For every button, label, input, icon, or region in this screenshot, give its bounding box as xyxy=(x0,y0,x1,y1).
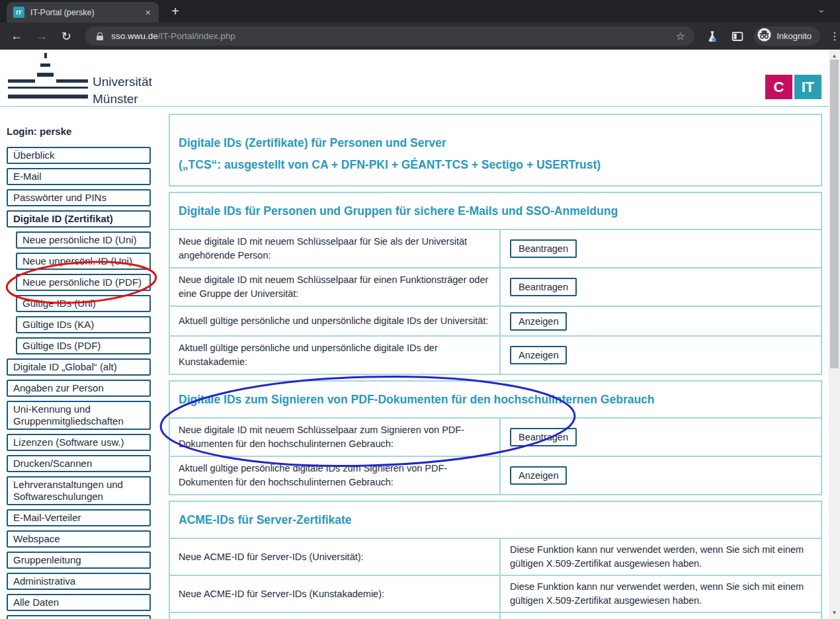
beantragen-button[interactable]: Beantragen xyxy=(510,239,577,258)
sidebar-item-lizenzen[interactable]: Lizenzen (Software usw.) xyxy=(7,434,151,451)
browser-menu-icon[interactable]: ⋮ xyxy=(829,30,840,42)
row-label: Aktuell gültige persönliche und unpersön… xyxy=(170,307,501,335)
sidebar-item-webspace[interactable]: Webspace xyxy=(7,530,151,548)
sidebar-item-uni-kennung[interactable]: Uni-Kennung und Gruppenmitgliedschaften xyxy=(7,401,151,430)
row-label: Gültige ACME-ID für Server-IDs (Universi… xyxy=(170,613,501,619)
sidebar-item-lehrveranstaltungen[interactable]: Lehrveranstaltungen und Softwareschulung… xyxy=(7,476,151,505)
url-text[interactable]: sso.wwu.de/IT-Portal/index.php xyxy=(111,31,675,41)
forward-button: → xyxy=(34,29,50,43)
anzeigen-button[interactable]: Anzeigen xyxy=(510,312,567,331)
anzeigen-button[interactable]: Anzeigen xyxy=(510,346,567,364)
url-bar[interactable]: sso.wwu.de/IT-Portal/index.php ☆ xyxy=(85,26,694,46)
section-heading: Digitale IDs zum Signieren von PDF-Dokum… xyxy=(179,393,655,406)
browser-toolbar: ← → ↻ sso.wwu.de/IT-Portal/index.php ☆ I… xyxy=(0,22,840,50)
cit-logo: C IT xyxy=(765,75,821,99)
beantragen-button[interactable]: Beantragen xyxy=(510,428,577,446)
section-acme-ids-table: ACME-IDs für Server-Zertifikate Neue ACM… xyxy=(169,501,822,619)
header-divider xyxy=(0,106,829,107)
row-note: Diese Funktion kann nur verwendet werden… xyxy=(501,539,821,575)
page-scrollbar[interactable]: ▲ ▼ xyxy=(829,50,840,619)
sidebar-item-angaben-zur-person[interactable]: Angaben zur Person xyxy=(7,380,151,397)
login-status: Login: perske xyxy=(7,126,71,137)
section-pdf-ids-table: Digitale IDs zum Signieren von PDF-Dokum… xyxy=(169,380,822,495)
row-label: Neue digitale ID mit neuem Schlüsselpaar… xyxy=(170,268,501,306)
new-tab-button[interactable]: + xyxy=(167,3,184,20)
section-heading: ACME-IDs für Server-Zertifikate xyxy=(179,513,352,526)
sidebar-item-digitale-id-global[interactable]: Digitale ID „Global“ (alt) xyxy=(7,358,151,376)
table-row: Gültige ACME-ID für Server-IDs (Universi… xyxy=(170,612,821,619)
intro-heading-box: Digitale IDs (Zertifikate) für Personen … xyxy=(169,114,822,186)
tab-search-chevron-icon[interactable]: ⌄ xyxy=(817,3,825,15)
site-favicon-icon: IT xyxy=(13,7,24,18)
scrollbar-up-icon[interactable]: ▲ xyxy=(829,53,840,59)
table-row: Neue ACME-ID für Server-IDs (Kunstakadem… xyxy=(170,575,821,612)
browser-tab[interactable]: IT IT-Portal (perske) × xyxy=(7,2,159,22)
incognito-label: Inkognito xyxy=(777,31,812,41)
row-note: Diese Funktion kann nur verwendet werden… xyxy=(501,576,821,612)
sidebar-item-email[interactable]: E-Mail xyxy=(7,168,151,185)
cit-logo-it: IT xyxy=(794,75,821,99)
sidebar-item-cutoff[interactable] xyxy=(7,615,151,619)
row-label: Aktuell gültige persönliche und unpersön… xyxy=(170,337,501,374)
sidebar-item-drucken-scannen[interactable]: Drucken/Scannen xyxy=(7,455,151,472)
sidebar-nav: Überblick E-Mail Passwörter und PINs Dig… xyxy=(7,147,151,619)
section-personal-ids-table: Digitale IDs für Personen und Gruppen fü… xyxy=(169,192,822,375)
experiments-flask-icon[interactable] xyxy=(704,28,720,44)
row-label: Neue digitale ID mit neuem Schlüsselpaar… xyxy=(170,230,501,267)
url-path: /IT-Portal/index.php xyxy=(158,31,235,41)
page-content: Universität Münster C IT Login: perske Ü… xyxy=(0,50,840,619)
url-domain: sso.wwu.de xyxy=(111,31,158,41)
reload-button[interactable]: ↻ xyxy=(59,29,75,44)
university-name: Universität Münster xyxy=(93,73,152,108)
sidebar-item-neue-persoenliche-id-pdf[interactable]: Neue persönliche ID (PDF) xyxy=(16,274,151,291)
sidebar-item-gueltige-ids-uni[interactable]: Gültige IDs (Uni) xyxy=(16,295,151,312)
sidebar-item-gruppenleitung[interactable]: Gruppenleitung xyxy=(7,552,151,569)
incognito-badge: Inkognito xyxy=(754,26,820,46)
table-row: Neue ACME-ID für Server-IDs (Universität… xyxy=(170,538,821,575)
sidebar-item-digitale-id[interactable]: Digitale ID (Zertifikat) xyxy=(7,210,151,227)
main-content: Digitale IDs (Zertifikate) für Personen … xyxy=(169,114,822,619)
sidebar-item-ueberblick[interactable]: Überblick xyxy=(7,147,151,164)
back-button[interactable]: ← xyxy=(9,29,24,43)
sidebar-item-neue-persoenliche-id-uni[interactable]: Neue persönliche ID (Uni) xyxy=(16,231,151,249)
table-row: Neue digitale ID mit neuem Schlüsselpaar… xyxy=(170,417,821,456)
row-label: Neue digitale ID mit neuem Schlüsselpaar… xyxy=(170,419,501,456)
sidebar-item-alle-daten[interactable]: Alle Daten xyxy=(7,594,151,611)
tab-close-icon[interactable]: × xyxy=(143,7,153,18)
row-label: Neue ACME-ID für Server-IDs (Universität… xyxy=(170,539,501,575)
section-heading: Digitale IDs für Personen und Gruppen fü… xyxy=(179,204,618,218)
bookmark-star-icon[interactable]: ☆ xyxy=(675,30,685,42)
page-title-line1: Digitale IDs (Zertifikate) für Personen … xyxy=(179,136,812,149)
cit-logo-c: C xyxy=(765,75,792,99)
sidebar-item-gueltige-ids-ka[interactable]: Gültige IDs (KA) xyxy=(16,316,151,333)
row-label: Aktuell gültige persönliche digitale IDs… xyxy=(170,457,501,494)
row-note: Diese Funktion kann nur verwendet werden… xyxy=(501,613,821,619)
row-label: Neue ACME-ID für Server-IDs (Kunstakadem… xyxy=(170,576,501,612)
table-row: Neue digitale ID mit neuem Schlüsselpaar… xyxy=(170,229,821,267)
sidebar-item-neue-unpersoenl-id-uni[interactable]: Neue unpersönl. ID (Uni) xyxy=(16,253,151,270)
scrollbar-thumb[interactable] xyxy=(830,60,839,368)
sidebar-item-passwoerter[interactable]: Passwörter und PINs xyxy=(7,189,151,206)
page-title-line2: („TCS“: ausgestellt von CA + DFN-PKI + G… xyxy=(179,158,812,171)
incognito-spy-icon xyxy=(757,27,772,45)
sidebar-item-email-verteiler[interactable]: E-Mail-Verteiler xyxy=(7,509,151,526)
table-row: Aktuell gültige persönliche und unpersön… xyxy=(170,335,821,374)
table-row: Neue digitale ID mit neuem Schlüsselpaar… xyxy=(170,267,821,306)
table-row: Aktuell gültige persönliche digitale IDs… xyxy=(170,456,821,494)
tab-title: IT-Portal (perske) xyxy=(30,8,139,17)
scrollbar-down-icon[interactable]: ▼ xyxy=(829,610,840,616)
table-row: Aktuell gültige persönliche und unpersön… xyxy=(170,306,821,335)
side-panel-icon[interactable] xyxy=(730,28,746,44)
anzeigen-button[interactable]: Anzeigen xyxy=(510,466,567,485)
tab-strip: IT IT-Portal (perske) × + ⌄ xyxy=(0,0,840,22)
lock-icon[interactable] xyxy=(96,32,104,40)
beantragen-button[interactable]: Beantragen xyxy=(510,278,577,296)
sidebar-item-gueltige-ids-pdf[interactable]: Gültige IDs (PDF) xyxy=(16,337,151,354)
sidebar-item-administrativa[interactable]: Administrativa xyxy=(7,573,151,590)
